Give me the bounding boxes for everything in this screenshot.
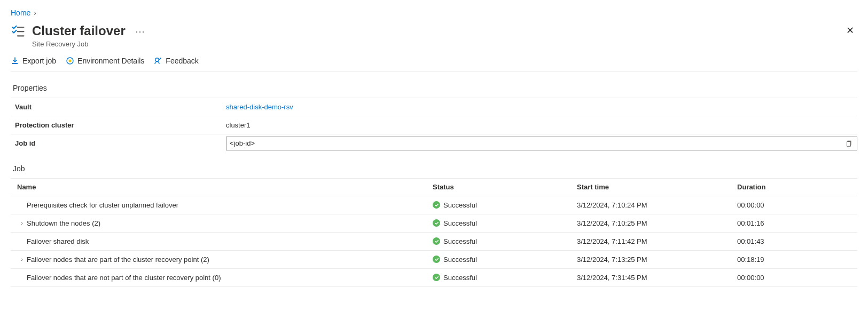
job-step-name: Failover nodes that are part of the clus… <box>27 256 209 264</box>
job-step-start: 3/12/2024, 7:10:25 PM <box>577 219 737 227</box>
property-label: Job id <box>15 139 226 147</box>
job-step-name: Failover shared disk <box>27 237 89 245</box>
column-header-status[interactable]: Status <box>433 183 577 191</box>
chevron-right-icon[interactable]: › <box>19 256 25 262</box>
close-button[interactable]: ✕ <box>843 23 857 37</box>
column-header-start[interactable]: Start time <box>577 183 737 191</box>
job-step-status: Successful <box>443 219 477 227</box>
job-step-duration: 00:01:43 <box>737 237 857 245</box>
success-icon <box>433 237 440 245</box>
success-icon <box>433 219 440 227</box>
page-header: Cluster failover Site Recovery Job ⋯ ✕ <box>11 23 857 48</box>
table-row[interactable]: › Shutdown the nodes (2) Successful 3/12… <box>11 214 857 233</box>
job-step-status: Successful <box>443 274 477 282</box>
chevron-right-icon: › <box>34 9 36 17</box>
svg-rect-7 <box>847 141 851 146</box>
job-step-status: Successful <box>443 201 477 209</box>
environment-details-button[interactable]: Environment Details <box>66 57 144 65</box>
more-actions-button[interactable]: ⋯ <box>132 23 148 39</box>
job-step-start: 3/12/2024, 7:10:24 PM <box>577 201 737 209</box>
feedback-label: Feedback <box>166 57 198 65</box>
column-header-duration[interactable]: Duration <box>737 183 857 191</box>
properties-section-label: Properties <box>13 84 857 92</box>
svg-rect-3 <box>12 63 18 64</box>
table-row: Prerequisites check for cluster unplanne… <box>11 196 857 214</box>
feedback-button[interactable]: Feedback <box>154 57 198 65</box>
job-step-name: Shutdown the nodes (2) <box>27 219 100 227</box>
property-label: Protection cluster <box>15 121 226 129</box>
jobid-input-wrapper <box>226 137 857 150</box>
job-step-name: Prerequisites check for cluster unplanne… <box>27 201 178 209</box>
property-value: cluster1 <box>226 121 857 129</box>
job-table: Name Status Start time Duration Prerequi… <box>11 178 857 287</box>
job-step-duration: 00:00:00 <box>737 274 857 282</box>
breadcrumb-home-link[interactable]: Home <box>11 9 30 17</box>
job-step-start: 3/12/2024, 7:13:25 PM <box>577 256 737 264</box>
success-icon <box>433 274 440 281</box>
page-subtitle: Site Recovery Job <box>32 40 126 48</box>
chevron-right-icon[interactable]: › <box>19 220 25 226</box>
property-row-jobid: Job id <box>11 134 857 153</box>
job-step-status: Successful <box>443 237 477 245</box>
page-title: Cluster failover <box>32 23 126 39</box>
job-step-duration: 00:18:19 <box>737 256 857 264</box>
job-section-label: Job <box>13 164 857 173</box>
column-header-name[interactable]: Name <box>11 183 433 191</box>
environment-icon <box>66 57 74 65</box>
feedback-icon <box>154 57 162 65</box>
environment-details-label: Environment Details <box>77 57 144 65</box>
export-job-button[interactable]: Export job <box>11 57 56 65</box>
checklist-icon <box>11 23 26 40</box>
copy-icon[interactable] <box>844 138 854 149</box>
table-row: Failover nodes that are not part of the … <box>11 269 857 287</box>
svg-point-6 <box>155 58 159 61</box>
job-step-start: 3/12/2024, 7:11:42 PM <box>577 237 737 245</box>
property-row-cluster: Protection cluster cluster1 <box>11 116 857 134</box>
job-step-status: Successful <box>443 256 477 264</box>
table-row: Failover shared disk Successful 3/12/202… <box>11 233 857 251</box>
table-row[interactable]: › Failover nodes that are part of the cl… <box>11 251 857 269</box>
breadcrumb: Home › <box>11 9 857 17</box>
toolbar: Export job Environment Details Feedback <box>11 52 857 72</box>
job-step-duration: 00:00:00 <box>737 201 857 209</box>
job-step-duration: 00:01:16 <box>737 219 857 227</box>
success-icon <box>433 256 440 263</box>
job-step-start: 3/12/2024, 7:31:45 PM <box>577 274 737 282</box>
property-label: Vault <box>15 103 226 111</box>
job-step-name: Failover nodes that are not part of the … <box>27 274 221 282</box>
property-row-vault: Vault shared-disk-demo-rsv <box>11 98 857 116</box>
job-table-header: Name Status Start time Duration <box>11 178 857 196</box>
success-icon <box>433 201 440 209</box>
export-job-label: Export job <box>22 57 56 65</box>
jobid-input[interactable] <box>230 139 844 147</box>
vault-link[interactable]: shared-disk-demo-rsv <box>226 103 857 111</box>
export-icon <box>11 57 19 65</box>
svg-point-5 <box>69 59 72 62</box>
